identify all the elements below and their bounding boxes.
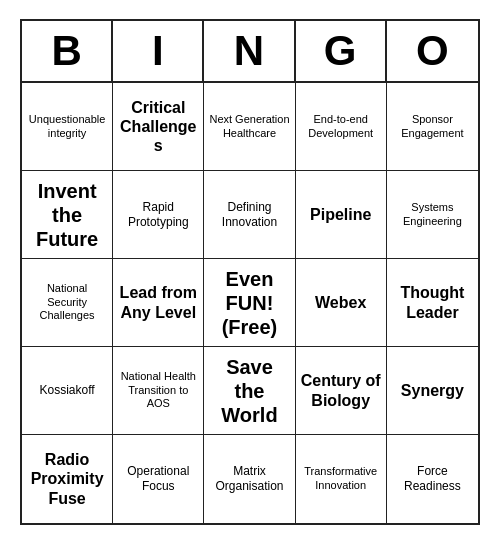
bingo-cell-15: Kossiakoff <box>22 347 113 435</box>
bingo-cell-10: National Security Challenges <box>22 259 113 347</box>
bingo-cell-24: Force Readiness <box>387 435 478 523</box>
bingo-cell-3: End-to-end Development <box>296 83 387 171</box>
bingo-cell-14: Thought Leader <box>387 259 478 347</box>
bingo-letter-n: N <box>204 21 295 81</box>
bingo-cell-1: Critical Challenges <box>113 83 204 171</box>
bingo-cell-4: Sponsor Engagement <box>387 83 478 171</box>
bingo-cell-8: Pipeline <box>296 171 387 259</box>
bingo-cell-13: Webex <box>296 259 387 347</box>
bingo-cell-19: Synergy <box>387 347 478 435</box>
bingo-cell-21: Operational Focus <box>113 435 204 523</box>
bingo-cell-16: National Health Transition to AOS <box>113 347 204 435</box>
bingo-grid: Unquestionable integrityCritical Challen… <box>22 83 478 523</box>
bingo-card: BINGO Unquestionable integrityCritical C… <box>20 19 480 525</box>
bingo-cell-5: Invent the Future <box>22 171 113 259</box>
bingo-letter-i: I <box>113 21 204 81</box>
bingo-cell-20: Radio Proximity Fuse <box>22 435 113 523</box>
bingo-header: BINGO <box>22 21 478 83</box>
bingo-cell-23: Transformative Innovation <box>296 435 387 523</box>
bingo-cell-17: Save the World <box>204 347 295 435</box>
bingo-cell-2: Next Generation Healthcare <box>204 83 295 171</box>
bingo-letter-g: G <box>296 21 387 81</box>
bingo-cell-12: Even FUN! (Free) <box>204 259 295 347</box>
bingo-letter-b: B <box>22 21 113 81</box>
bingo-cell-18: Century of Biology <box>296 347 387 435</box>
bingo-cell-6: Rapid Prototyping <box>113 171 204 259</box>
bingo-cell-22: Matrix Organisation <box>204 435 295 523</box>
bingo-cell-0: Unquestionable integrity <box>22 83 113 171</box>
bingo-letter-o: O <box>387 21 478 81</box>
bingo-cell-9: Systems Engineering <box>387 171 478 259</box>
bingo-cell-7: Defining Innovation <box>204 171 295 259</box>
bingo-cell-11: Lead from Any Level <box>113 259 204 347</box>
